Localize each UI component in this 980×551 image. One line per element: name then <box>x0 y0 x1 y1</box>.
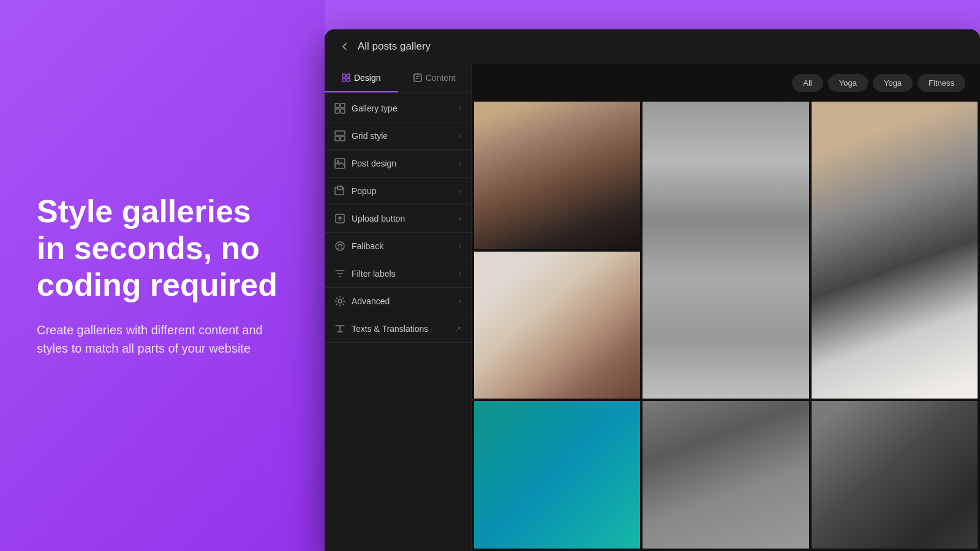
image-street <box>643 401 809 549</box>
menu-item-post-design[interactable]: Post design › <box>325 150 471 178</box>
menu-item-upload-button[interactable]: Upload button › <box>325 205 471 233</box>
menu-label-fallback: Fallback <box>352 241 453 251</box>
chevron-right-icon: › <box>459 132 461 140</box>
external-link-icon: ↗ <box>455 324 461 333</box>
menu-item-grid-style[interactable]: Grid style › <box>325 122 471 150</box>
svg-rect-13 <box>341 137 345 141</box>
menu-item-popup[interactable]: Popup › <box>325 178 471 205</box>
menu-item-texts-translations[interactable]: Texts & Translations ↗ <box>325 315 471 343</box>
filter-pill-yoga2[interactable]: Yoga <box>873 74 913 92</box>
left-panel: Style galleries in seconds, no coding re… <box>0 0 325 551</box>
gallery-cell-4[interactable] <box>812 102 978 399</box>
filter-pill-all[interactable]: All <box>792 74 823 92</box>
main-content: All Yoga Yoga Fitness <box>472 64 980 551</box>
image-dog-laptop <box>474 252 640 399</box>
filter-bar: All Yoga Yoga Fitness <box>472 64 980 102</box>
menu-label-upload-button: Upload button <box>352 214 453 223</box>
menu-label-filter-labels: Filter labels <box>352 269 453 279</box>
image-woman-curly <box>474 102 640 249</box>
menu-label-gallery-type: Gallery type <box>352 103 453 113</box>
svg-rect-10 <box>341 109 345 113</box>
svg-rect-12 <box>335 137 339 141</box>
chevron-right-icon: › <box>459 297 461 305</box>
svg-point-19 <box>336 242 344 250</box>
svg-rect-0 <box>342 74 345 77</box>
gallery-cell-1[interactable] <box>474 102 640 249</box>
image-teal <box>474 401 640 549</box>
image-silver-wall <box>643 102 809 399</box>
subtext: Create galleries with different content … <box>37 321 288 358</box>
svg-rect-2 <box>342 78 345 81</box>
svg-point-15 <box>337 161 339 163</box>
menu-item-fallback[interactable]: Fallback › <box>325 233 471 260</box>
svg-rect-3 <box>347 78 350 81</box>
grid-icon <box>334 103 345 114</box>
title-bar: All posts gallery <box>325 29 980 64</box>
chevron-right-icon: › <box>459 159 461 168</box>
window-title: All posts gallery <box>358 40 431 53</box>
chevron-right-icon: › <box>459 242 461 250</box>
app-body: Design Content <box>325 64 980 551</box>
gallery-cell-5[interactable] <box>474 401 640 549</box>
upload-icon <box>334 213 345 224</box>
gallery-cell-2[interactable] <box>643 102 809 399</box>
app-window: All posts gallery Design <box>325 29 980 551</box>
svg-rect-8 <box>341 103 345 108</box>
gallery-cell-3[interactable] <box>474 252 640 399</box>
design-icon <box>342 73 350 82</box>
image-portrait <box>812 401 978 549</box>
filter-icon <box>334 268 345 279</box>
chevron-right-icon: › <box>459 214 461 223</box>
image-woman-sitting <box>812 102 978 399</box>
headline: Style galleries in seconds, no coding re… <box>37 193 288 303</box>
content-icon <box>413 73 422 82</box>
settings-icon <box>334 296 345 307</box>
image-icon <box>334 158 345 169</box>
popup-icon <box>334 186 345 197</box>
svg-point-20 <box>338 299 342 303</box>
menu-label-texts-translations: Texts & Translations <box>352 324 449 334</box>
gallery-grid <box>472 102 980 551</box>
tab-content[interactable]: Content <box>398 64 472 92</box>
svg-rect-17 <box>337 186 342 190</box>
tab-bar: Design Content <box>325 64 471 92</box>
svg-rect-9 <box>335 109 339 113</box>
sidebar: Design Content <box>325 64 472 551</box>
tab-design[interactable]: Design <box>325 64 398 92</box>
back-button[interactable] <box>339 41 350 52</box>
gallery-cell-7[interactable] <box>812 401 978 549</box>
filter-pill-yoga1[interactable]: Yoga <box>828 74 868 92</box>
menu-item-gallery-type[interactable]: Gallery type › <box>325 95 471 122</box>
svg-rect-1 <box>347 74 350 77</box>
menu-label-popup: Popup <box>352 186 453 196</box>
svg-rect-11 <box>335 131 345 135</box>
fallback-icon <box>334 241 345 252</box>
svg-rect-4 <box>414 74 421 81</box>
menu-label-advanced: Advanced <box>352 296 453 306</box>
menu-label-post-design: Post design <box>352 159 453 168</box>
grid2-icon <box>334 130 345 141</box>
filter-pill-fitness[interactable]: Fitness <box>918 74 965 92</box>
menu-item-advanced[interactable]: Advanced › <box>325 288 471 315</box>
chevron-right-icon: › <box>459 104 461 113</box>
menu-item-filter-labels[interactable]: Filter labels › <box>325 260 471 288</box>
chevron-right-icon: › <box>459 269 461 278</box>
gallery-cell-6[interactable] <box>643 401 809 549</box>
text-icon <box>334 323 345 334</box>
menu-list: Gallery type › Grid style › <box>325 92 471 551</box>
chevron-right-icon: › <box>459 187 461 195</box>
menu-label-grid-style: Grid style <box>352 131 453 141</box>
svg-rect-7 <box>335 103 339 108</box>
